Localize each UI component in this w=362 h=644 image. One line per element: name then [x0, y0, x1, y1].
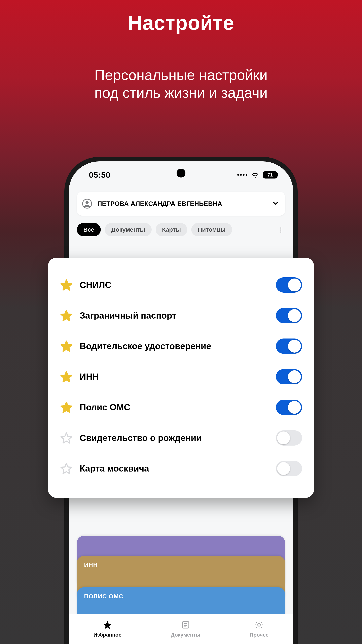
hero-subtitle-line1: Персональные настройки [94, 67, 268, 83]
toggle-switch[interactable] [276, 369, 302, 384]
tab-2[interactable]: Прочее [250, 620, 269, 638]
settings-row-1: Заграничный паспорт [60, 300, 302, 331]
cellular-icon [237, 174, 247, 176]
star-icon[interactable] [60, 401, 73, 414]
star-icon[interactable] [60, 432, 73, 444]
tab-bar: ИзбранноеДокументыПрочее [69, 614, 293, 644]
status-time: 05:50 [89, 170, 110, 180]
settings-row-4: Полис ОМС [60, 392, 302, 422]
tab-1[interactable]: Документы [171, 620, 200, 638]
tab-label: Прочее [250, 632, 269, 638]
hero-subtitle: Персональные настройки под стиль жизни и… [0, 66, 362, 102]
dynamic-island [177, 169, 185, 178]
settings-row-5: Свидетельство о рождении [60, 422, 302, 453]
filter-chip-3[interactable]: Питомцы [191, 223, 232, 236]
toggle-switch[interactable] [276, 461, 302, 476]
avatar-icon [82, 198, 92, 209]
filter-more-icon[interactable]: ⋮ [278, 226, 285, 233]
tab-label: Документы [171, 632, 200, 638]
filter-chip-0[interactable]: Все [77, 223, 101, 236]
toggle-switch[interactable] [276, 308, 302, 323]
battery-icon: 71 [263, 171, 277, 178]
battery-level: 71 [268, 172, 273, 178]
hero-subtitle-line2: под стиль жизни и задачи [94, 85, 268, 101]
svg-point-1 [85, 201, 88, 204]
settings-row-label: ИНН [80, 372, 269, 382]
filter-chips: ВсеДокументыКартыПитомцы⋮ [77, 223, 285, 236]
profile-selector[interactable]: ПЕТРОВА АЛЕКСАНДРА ЕВГЕНЬЕВНА [77, 192, 285, 216]
star-icon[interactable] [60, 278, 73, 292]
favorites-settings-modal: СНИЛСЗаграничный паспортВодительское удо… [48, 258, 314, 498]
star-icon[interactable] [60, 309, 73, 322]
wifi-icon [251, 171, 259, 179]
settings-row-label: СНИЛС [80, 280, 269, 290]
tab-label: Избранное [93, 632, 121, 638]
filter-chip-1[interactable]: Документы [105, 223, 152, 236]
toggle-switch[interactable] [276, 277, 302, 292]
star-icon[interactable] [60, 370, 73, 383]
settings-row-6: Карта москвича [60, 453, 302, 484]
tab-0[interactable]: Избранное [93, 620, 121, 638]
toggle-switch[interactable] [276, 430, 302, 446]
settings-row-0: СНИЛС [60, 270, 302, 300]
settings-row-3: ИНН [60, 362, 302, 392]
promo-stage: Настройте Персональные настройки под сти… [0, 0, 362, 644]
hero-title: Настройте [0, 11, 362, 34]
settings-row-label: Свидетельство о рождении [80, 433, 269, 443]
star-icon[interactable] [60, 462, 73, 475]
settings-row-label: Карта москвича [80, 464, 269, 474]
toggle-switch[interactable] [276, 400, 302, 415]
profile-name: ПЕТРОВА АЛЕКСАНДРА ЕВГЕНЬЕВНА [97, 200, 267, 208]
svg-point-6 [258, 624, 260, 626]
settings-row-label: Полис ОМС [80, 402, 269, 412]
star-icon[interactable] [60, 340, 73, 352]
settings-row-2: Водительское удостоверение [60, 331, 302, 362]
toggle-switch[interactable] [276, 338, 302, 354]
settings-row-label: Водительское удостоверение [80, 341, 269, 351]
settings-row-label: Заграничный паспорт [80, 310, 269, 320]
status-indicators: 71 [237, 171, 277, 179]
filter-chip-2[interactable]: Карты [156, 223, 187, 236]
chevron-down-icon [272, 200, 279, 208]
